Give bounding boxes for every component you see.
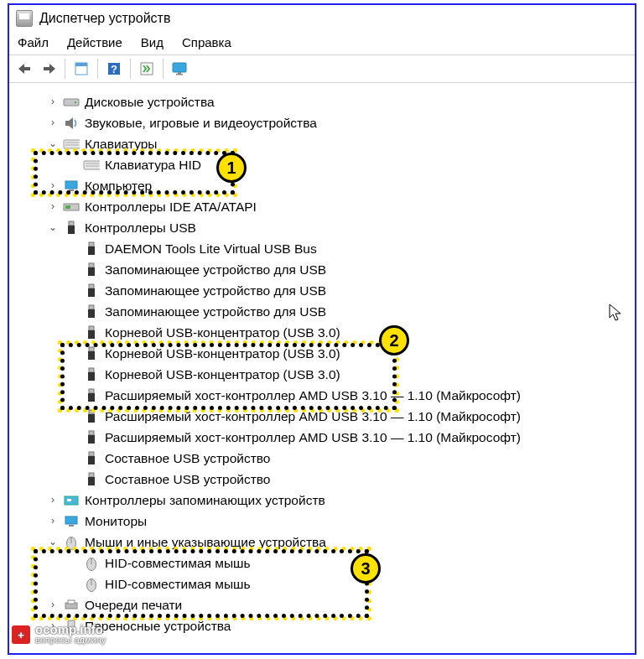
forward-button[interactable] xyxy=(38,58,60,80)
tree-label: Расширяемый хост-контроллер AMD USB 3.10… xyxy=(105,406,521,427)
usb-icon xyxy=(83,472,100,487)
tree-item-usb[interactable]: Расширяемый хост-контроллер AMD USB 3.10… xyxy=(13,385,631,406)
expand-icon[interactable]: › xyxy=(46,515,60,528)
keyboard-icon xyxy=(83,158,100,173)
tree-item-usb[interactable]: Корневой USB-концентратор (USB 3.0) xyxy=(13,322,631,343)
usb-icon xyxy=(83,325,100,340)
tree-label: HID-совместимая мышь xyxy=(105,553,251,573)
svg-rect-32 xyxy=(89,347,94,351)
keyboard-icon xyxy=(63,137,80,152)
svg-rect-23 xyxy=(88,246,95,255)
mouse-icon xyxy=(83,577,100,592)
collapse-icon[interactable]: ⌄ xyxy=(46,138,60,151)
collapse-icon[interactable]: ⌄ xyxy=(46,221,60,235)
tree-category-usb[interactable]: ⌄ Контроллеры USB xyxy=(13,217,631,238)
callout-2: 2 xyxy=(379,325,409,355)
tree-label: Контроллеры запоминающих устройств xyxy=(85,490,325,511)
svg-point-9 xyxy=(75,101,76,102)
printer-icon xyxy=(63,598,80,613)
svg-rect-30 xyxy=(89,326,94,330)
properties-button[interactable] xyxy=(70,58,92,80)
device-tree[interactable]: › Дисковые устройства › Звуковые, игровы… xyxy=(9,83,635,647)
tree-label: Мыши и иные указывающие устройства xyxy=(85,532,326,553)
menu-help[interactable]: Справка xyxy=(182,35,231,49)
tree-item-usb[interactable]: Запоминающее устройство для USB xyxy=(13,301,631,322)
tree-category-mice[interactable]: ⌄ Мыши и иные указывающие устройства xyxy=(13,532,631,553)
callout-1: 1 xyxy=(216,153,247,183)
svg-rect-10 xyxy=(64,140,80,148)
tree-category-sound[interactable]: › Звуковые, игровые и видеоустройства xyxy=(13,112,631,133)
tree-item-usb[interactable]: Составное USB устройство xyxy=(13,448,631,469)
tree-item-usb[interactable]: Запоминающее устройство для USB xyxy=(13,259,631,280)
svg-rect-36 xyxy=(89,389,94,393)
tree-label: Звуковые, игровые и видеоустройства xyxy=(85,112,317,133)
tree-label: Контроллеры IDE ATA/ATAPI xyxy=(85,196,257,217)
watermark-name: ocomp.info xyxy=(35,625,106,635)
svg-rect-5 xyxy=(173,63,186,72)
usb-icon xyxy=(83,241,100,257)
watermark-icon: + xyxy=(10,624,32,646)
tree-item-usb[interactable]: Расширяемый хост-контроллер AMD USB 3.10… xyxy=(13,406,631,427)
help-button[interactable]: ? xyxy=(103,58,125,80)
tree-category-print-queue[interactable]: › Очереди печати xyxy=(13,594,631,615)
usb-icon xyxy=(83,451,100,466)
tree-category-storage-ctrl[interactable]: › Контроллеры запоминающих устройств xyxy=(13,490,631,511)
tree-label: Расширяемый хост-контроллер AMD USB 3.10… xyxy=(105,427,521,448)
svg-rect-40 xyxy=(89,431,94,435)
tree-label: DAEMON Tools Lite Virtual USB Bus xyxy=(105,238,317,259)
mouse-icon xyxy=(83,556,100,571)
svg-rect-25 xyxy=(88,267,95,276)
tree-item-keyboard-hid[interactable]: Клавиатура HID xyxy=(13,154,631,175)
tree-item-usb[interactable]: Корневой USB-концентратор (USB 3.0) xyxy=(13,364,631,385)
scan-button[interactable] xyxy=(136,58,158,80)
menu-file[interactable]: Файл xyxy=(18,35,49,49)
back-button[interactable] xyxy=(14,58,36,80)
svg-rect-57 xyxy=(68,600,75,604)
tree-category-disk[interactable]: › Дисковые устройства xyxy=(13,91,631,112)
svg-rect-48 xyxy=(65,516,77,524)
svg-rect-34 xyxy=(89,368,94,372)
usb-icon xyxy=(83,367,100,382)
usb-icon xyxy=(83,283,100,298)
expand-icon[interactable]: › xyxy=(46,494,60,507)
tree-label: Запоминающее устройство для USB xyxy=(105,259,326,280)
monitor-icon xyxy=(63,514,80,529)
disk-icon xyxy=(63,95,80,110)
tree-item-usb[interactable]: Запоминающее устройство для USB xyxy=(13,280,631,301)
window-title: Диспетчер устройств xyxy=(39,11,170,26)
svg-rect-26 xyxy=(89,284,94,288)
toolbar-separator xyxy=(163,59,164,79)
menu-action[interactable]: Действие xyxy=(67,35,122,49)
svg-rect-47 xyxy=(67,499,71,501)
tree-category-monitors[interactable]: › Мониторы xyxy=(13,511,631,532)
tree-label: Корневой USB-концентратор (USB 3.0) xyxy=(105,343,340,364)
svg-rect-8 xyxy=(64,99,79,106)
svg-rect-24 xyxy=(89,263,94,267)
usb-icon xyxy=(63,221,80,236)
svg-rect-22 xyxy=(89,242,94,246)
tree-item-usb[interactable]: Составное USB устройство xyxy=(13,469,631,490)
expand-icon[interactable]: › xyxy=(46,599,60,612)
tree-label: Переносные устройства xyxy=(85,615,231,636)
svg-rect-29 xyxy=(88,309,95,318)
expand-icon[interactable]: › xyxy=(46,117,60,130)
tree-item-usb[interactable]: Расширяемый хост-контроллер AMD USB 3.10… xyxy=(13,427,631,448)
expand-icon[interactable]: › xyxy=(46,200,60,214)
tree-item-mouse-hid[interactable]: HID-совместимая мышь xyxy=(13,573,631,594)
tree-item-usb[interactable]: DAEMON Tools Lite Virtual USB Bus xyxy=(13,238,631,259)
collapse-icon[interactable]: ⌄ xyxy=(46,536,60,549)
expand-icon[interactable]: › xyxy=(46,96,60,109)
tree-label: HID-совместимая мышь xyxy=(105,573,251,594)
tree-item-mouse-hid[interactable]: HID-совместимая мышь xyxy=(13,553,631,573)
tree-category-keyboards[interactable]: ⌄ Клавиатуры xyxy=(13,133,631,154)
monitor-button[interactable] xyxy=(169,58,190,80)
tree-item-usb[interactable]: Корневой USB-концентратор (USB 3.0) xyxy=(13,343,631,364)
watermark-tag: вопросы админу xyxy=(35,635,106,645)
device-manager-window: Диспетчер устройств Файл Действие Вид Сп… xyxy=(8,3,636,655)
tree-label: Корневой USB-концентратор (USB 3.0) xyxy=(105,322,340,343)
tree-category-computer[interactable]: › Компьютер xyxy=(13,175,631,196)
expand-icon[interactable]: › xyxy=(46,179,60,193)
tree-category-ide[interactable]: › Контроллеры IDE ATA/ATAPI xyxy=(13,196,631,217)
menu-view[interactable]: Вид xyxy=(141,35,164,49)
svg-rect-21 xyxy=(68,226,75,234)
